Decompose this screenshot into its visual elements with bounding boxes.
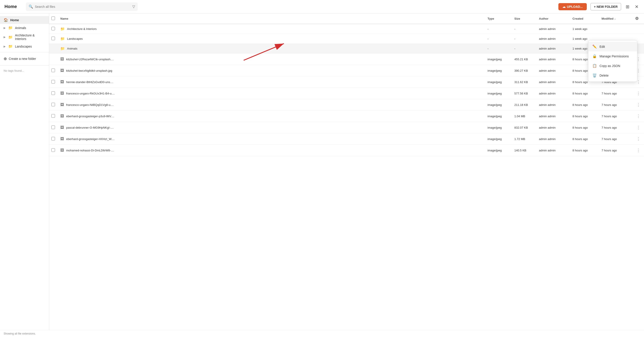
- header-size[interactable]: Size: [512, 13, 537, 24]
- file-icon: 🖼: [60, 91, 64, 95]
- row-checkbox[interactable]: [52, 137, 55, 140]
- row-checkbox-cell[interactable]: [49, 65, 58, 76]
- row-created-cell: 8 hours ago: [570, 145, 599, 156]
- table-row[interactable]: 🖼 mohamed-nohassi-Di-DmLD6rW8-.... image…: [49, 145, 644, 156]
- filter-icon[interactable]: ▽: [132, 4, 135, 9]
- row-checkbox-cell[interactable]: [49, 24, 58, 34]
- main-layout: 🏠 Home ▶ 📁 Animals ▶ 📁 Architecture & In…: [0, 13, 644, 330]
- upload-button[interactable]: ☁ UPLOAD...: [558, 3, 587, 10]
- row-checkbox-cell[interactable]: [49, 34, 58, 44]
- sidebar-item-architecture[interactable]: ▶ 📁 Architecture & Interiors: [0, 32, 49, 42]
- row-menu-button[interactable]: ⋮: [635, 102, 642, 108]
- table-row[interactable]: 🖼 eberhard-grossgasteiger-HXHzI_W.... im…: [49, 133, 644, 145]
- row-checkbox[interactable]: [52, 68, 55, 72]
- header-modified[interactable]: Modified ↓: [599, 13, 633, 24]
- row-type-cell: image/jpeg: [485, 145, 512, 156]
- row-checkbox-cell[interactable]: [49, 133, 58, 145]
- edit-icon: ✏️: [592, 44, 597, 49]
- row-checkbox[interactable]: [52, 114, 55, 118]
- create-folder-label: Create a new folder: [9, 57, 36, 60]
- grid-view-button[interactable]: ⊞: [625, 3, 630, 10]
- context-menu-edit[interactable]: ✏️ Edit: [588, 42, 637, 51]
- table-row[interactable]: 📁 Architecture & Interiors - - admin adm…: [49, 24, 644, 34]
- table-row[interactable]: 🖼 eberhard-grossgasteiger-p3u9-lMV.... i…: [49, 111, 644, 122]
- row-checkbox[interactable]: [52, 27, 55, 30]
- row-actions-cell: ⋮: [633, 99, 644, 111]
- content-area: Name Type Size Author Created Modified ↓…: [49, 13, 644, 330]
- table-row[interactable]: 📁 Animals - - admin admin 1 week ago: [49, 44, 644, 54]
- tags-label: No tags found...: [0, 67, 49, 74]
- context-menu-delete[interactable]: 🗑️ Delete: [588, 70, 637, 80]
- row-size-cell: -: [512, 24, 537, 34]
- file-icon: 📁: [60, 37, 65, 41]
- row-menu-button[interactable]: ⋮: [635, 147, 642, 153]
- row-checkbox-cell[interactable]: [49, 88, 58, 99]
- row-author-cell: admin admin: [537, 122, 570, 133]
- chevron-icon: ▶: [4, 26, 6, 29]
- header-name[interactable]: Name: [58, 13, 485, 24]
- row-menu-button[interactable]: ⋮: [635, 90, 642, 96]
- row-checkbox-cell[interactable]: [49, 111, 58, 122]
- row-type-cell: image/jpeg: [485, 99, 512, 111]
- table-row[interactable]: 🖼 pascal-debrunner-O-MG9HpNKgI-.... imag…: [49, 122, 644, 133]
- sidebar-item-landscapes[interactable]: ▶ 📁 Landscapes: [0, 42, 49, 50]
- table-row[interactable]: 🖼 francesco-ungaro-RkGUx3H1-B4-u.... ima…: [49, 88, 644, 99]
- table-header: Name Type Size Author Created Modified ↓…: [49, 13, 644, 24]
- settings-icon[interactable]: ⚙: [635, 16, 639, 21]
- context-menu-manage-permissions[interactable]: 🔒 Manage Permissions: [588, 51, 637, 61]
- search-input[interactable]: [35, 5, 130, 8]
- row-name-cell: 🖼 mohamed-nohassi-Di-DmLD6rW8-....: [58, 145, 485, 156]
- header-author[interactable]: Author: [537, 13, 570, 24]
- row-type-cell: image/jpeg: [485, 133, 512, 145]
- delete-icon: 🗑️: [592, 73, 597, 77]
- sidebar-item-animals[interactable]: ▶ 📁 Animals: [0, 24, 49, 32]
- row-checkbox-cell[interactable]: [49, 99, 58, 111]
- row-checkbox-cell[interactable]: [49, 44, 58, 54]
- row-author-cell: admin admin: [537, 44, 570, 54]
- sidebar-item-label: Home: [10, 18, 19, 22]
- row-checkbox-cell[interactable]: [49, 76, 58, 88]
- row-name-cell: 🖼 hennie-stander-BtHtZsGvdD0-uns....: [58, 76, 485, 88]
- row-checkbox-cell[interactable]: [49, 54, 58, 65]
- row-actions-cell: ⋮: [633, 122, 644, 133]
- edit-label: Edit: [600, 45, 605, 48]
- row-menu-button[interactable]: ⋮: [635, 113, 642, 119]
- row-size-cell: 211.18 KB: [512, 99, 537, 111]
- new-folder-button[interactable]: + NEW FOLDER: [590, 3, 621, 10]
- table-row[interactable]: 🖼 kitzbuhel-bwcxNg8dkil-unsplash.jpg ima…: [49, 65, 644, 76]
- row-checkbox[interactable]: [52, 125, 55, 129]
- header-type[interactable]: Type: [485, 13, 512, 24]
- table-row[interactable]: 🖼 francesco-ungaro-NilBQqD1Vg8-u.... ima…: [49, 99, 644, 111]
- header-checkbox[interactable]: [49, 13, 58, 24]
- row-checkbox-cell[interactable]: [49, 145, 58, 156]
- row-actions-cell: [633, 24, 644, 34]
- status-label: Showing all file extensions.: [4, 332, 36, 335]
- context-menu-copy-json[interactable]: 📋 Copy as JSON: [588, 61, 637, 70]
- file-name: hennie-stander-BtHtZsGvdD0-uns....: [66, 80, 113, 84]
- header-created[interactable]: Created: [570, 13, 599, 24]
- row-checkbox[interactable]: [52, 103, 55, 106]
- sidebar-item-home[interactable]: 🏠 Home: [0, 16, 49, 24]
- row-checkbox[interactable]: [52, 80, 55, 83]
- row-checkbox[interactable]: [52, 91, 55, 95]
- row-menu-button[interactable]: ⋮: [635, 136, 642, 142]
- row-checkbox-cell[interactable]: [49, 122, 58, 133]
- row-checkbox[interactable]: [52, 148, 55, 152]
- close-button[interactable]: ✕: [634, 3, 640, 10]
- row-checkbox[interactable]: [52, 37, 55, 40]
- select-all-checkbox[interactable]: [52, 16, 55, 20]
- table-row[interactable]: 🖼 hennie-stander-BtHtZsGvdD0-uns.... ima…: [49, 76, 644, 88]
- create-folder-button[interactable]: ⊕ Create a new folder: [0, 54, 49, 63]
- row-menu-button[interactable]: ⋮: [635, 125, 642, 130]
- file-name: eberhard-grossgasteiger-p3u9-lMV....: [66, 115, 114, 118]
- file-icon: 🖼: [60, 57, 64, 61]
- row-author-cell: admin admin: [537, 54, 570, 65]
- row-created-cell: 8 hours ago: [570, 99, 599, 111]
- row-created-cell: 8 hours ago: [570, 111, 599, 122]
- table-row[interactable]: 📁 Landscapes - - admin admin 1 week ago: [49, 34, 644, 44]
- table-row[interactable]: 🖼 kitzbuhel-U2Reza4WCtk-unsplash.... ima…: [49, 54, 644, 65]
- file-name: pascal-debrunner-O-MG9HpNKgI-....: [66, 126, 114, 129]
- file-name: Animals: [67, 47, 77, 50]
- row-type-cell: -: [485, 24, 512, 34]
- row-modified-cell: 7 hours ago: [599, 133, 633, 145]
